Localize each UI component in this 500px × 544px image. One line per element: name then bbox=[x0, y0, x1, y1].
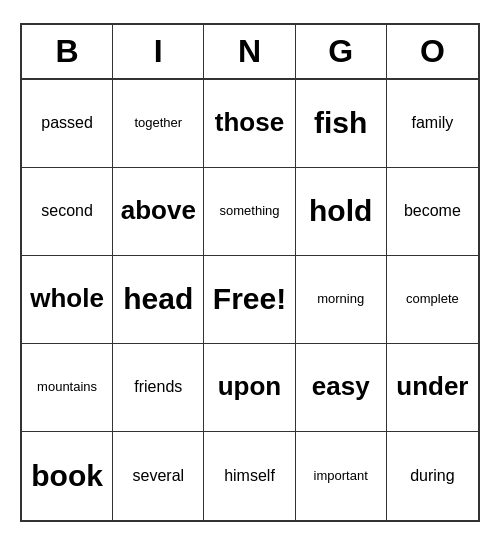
bingo-cell-11: head bbox=[113, 256, 204, 344]
cell-text-6: above bbox=[121, 195, 196, 226]
bingo-cell-12: Free! bbox=[204, 256, 295, 344]
cell-text-11: head bbox=[123, 281, 193, 317]
bingo-cell-0: passed bbox=[22, 80, 113, 168]
cell-text-0: passed bbox=[41, 113, 93, 132]
cell-text-5: second bbox=[41, 201, 93, 220]
bingo-cell-14: complete bbox=[387, 256, 478, 344]
cell-text-1: together bbox=[134, 115, 182, 131]
cell-text-12: Free! bbox=[213, 281, 286, 317]
bingo-cell-19: under bbox=[387, 344, 478, 432]
bingo-cell-20: book bbox=[22, 432, 113, 520]
bingo-cell-4: family bbox=[387, 80, 478, 168]
cell-text-13: morning bbox=[317, 291, 364, 307]
cell-text-16: friends bbox=[134, 377, 182, 396]
bingo-cell-7: something bbox=[204, 168, 295, 256]
bingo-cell-9: become bbox=[387, 168, 478, 256]
header-letter-n: N bbox=[204, 25, 295, 78]
bingo-grid: passedtogetherthosefishfamilysecondabove… bbox=[22, 80, 478, 520]
cell-text-20: book bbox=[31, 458, 103, 494]
header-letter-o: O bbox=[387, 25, 478, 78]
header-letter-g: G bbox=[296, 25, 387, 78]
bingo-cell-2: those bbox=[204, 80, 295, 168]
cell-text-2: those bbox=[215, 107, 284, 138]
cell-text-7: something bbox=[220, 203, 280, 219]
cell-text-10: whole bbox=[30, 283, 104, 314]
bingo-cell-8: hold bbox=[296, 168, 387, 256]
cell-text-24: during bbox=[410, 466, 454, 485]
bingo-cell-18: easy bbox=[296, 344, 387, 432]
bingo-cell-10: whole bbox=[22, 256, 113, 344]
bingo-cell-24: during bbox=[387, 432, 478, 520]
cell-text-21: several bbox=[133, 466, 185, 485]
bingo-cell-5: second bbox=[22, 168, 113, 256]
bingo-cell-23: important bbox=[296, 432, 387, 520]
bingo-cell-6: above bbox=[113, 168, 204, 256]
bingo-cell-3: fish bbox=[296, 80, 387, 168]
cell-text-3: fish bbox=[314, 105, 367, 141]
cell-text-9: become bbox=[404, 201, 461, 220]
bingo-header: BINGO bbox=[22, 25, 478, 80]
cell-text-4: family bbox=[412, 113, 454, 132]
cell-text-18: easy bbox=[312, 371, 370, 402]
cell-text-8: hold bbox=[309, 193, 372, 229]
bingo-cell-13: morning bbox=[296, 256, 387, 344]
cell-text-14: complete bbox=[406, 291, 459, 307]
bingo-cell-1: together bbox=[113, 80, 204, 168]
cell-text-17: upon bbox=[218, 371, 282, 402]
cell-text-15: mountains bbox=[37, 379, 97, 395]
bingo-card: BINGO passedtogetherthosefishfamilysecon… bbox=[20, 23, 480, 522]
cell-text-19: under bbox=[396, 371, 468, 402]
bingo-cell-22: himself bbox=[204, 432, 295, 520]
header-letter-i: I bbox=[113, 25, 204, 78]
bingo-cell-16: friends bbox=[113, 344, 204, 432]
bingo-cell-15: mountains bbox=[22, 344, 113, 432]
cell-text-22: himself bbox=[224, 466, 275, 485]
bingo-cell-21: several bbox=[113, 432, 204, 520]
header-letter-b: B bbox=[22, 25, 113, 78]
cell-text-23: important bbox=[314, 468, 368, 484]
bingo-cell-17: upon bbox=[204, 344, 295, 432]
